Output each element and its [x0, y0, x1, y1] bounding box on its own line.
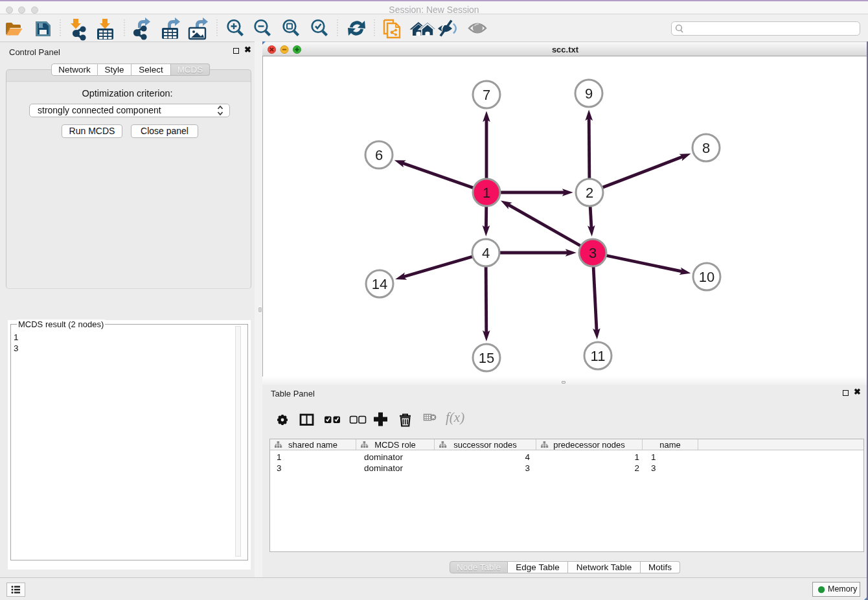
- svg-text:14: 14: [372, 276, 387, 292]
- svg-text:10: 10: [699, 269, 714, 285]
- svg-text:15: 15: [479, 350, 494, 366]
- svg-text:8: 8: [702, 140, 710, 156]
- svg-text:f(x): f(x): [446, 410, 464, 425]
- svg-text:1: 1: [483, 185, 490, 201]
- svg-text:9: 9: [585, 86, 593, 102]
- svg-text:7: 7: [483, 87, 490, 103]
- svg-text:11: 11: [591, 348, 606, 364]
- svg-text:2: 2: [586, 185, 593, 201]
- svg-text:3: 3: [589, 245, 597, 261]
- svg-text:6: 6: [375, 147, 383, 163]
- svg-text:4: 4: [482, 245, 490, 261]
